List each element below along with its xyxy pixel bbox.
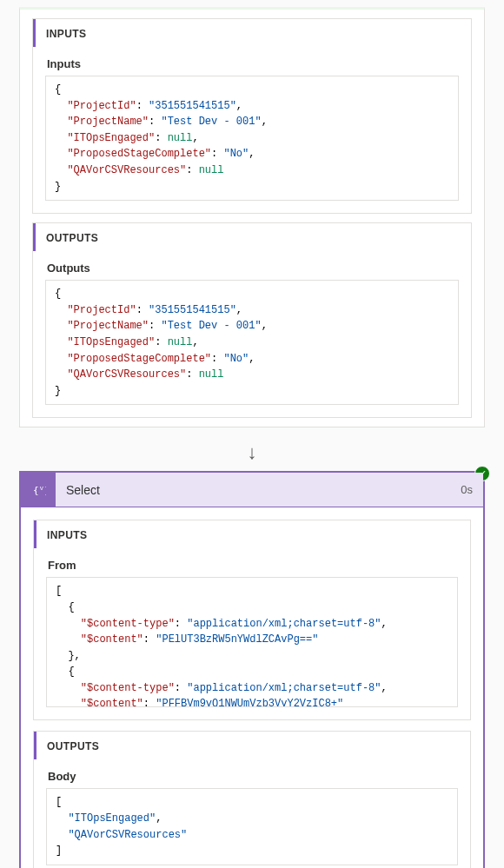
panel-title: INPUTS (34, 520, 470, 548)
field-group: Outputs { "ProjectId": "351551541515", "… (33, 251, 471, 417)
outputs-panel: OUTPUTS Body [ "ITOpsEngaged", "QAVorCSV… (33, 731, 471, 868)
field-group: Inputs { "ProjectId": "351551541515", "P… (33, 47, 471, 213)
outputs-panel: OUTPUTS Outputs { "ProjectId": "35155154… (32, 222, 472, 418)
inputs-json[interactable]: { "ProjectId": "351551541515", "ProjectN… (45, 76, 459, 201)
data-operations-icon: {ⱽ} (21, 473, 56, 507)
action-duration: 0s (450, 483, 483, 496)
field-label: Body (46, 763, 458, 788)
previous-action-card: INPUTS Inputs { "ProjectId": "3515515415… (19, 7, 485, 427)
outputs-json[interactable]: { "ProjectId": "351551541515", "ProjectN… (45, 280, 459, 405)
panel-title: INPUTS (33, 19, 471, 47)
action-header[interactable]: {ⱽ} Select 0s (21, 473, 483, 507)
inputs-panel: INPUTS Inputs { "ProjectId": "3515515415… (32, 18, 472, 214)
body-json[interactable]: [ "ITOpsEngaged", "QAVorCSVResources" ] (46, 788, 458, 865)
svg-text:{ⱽ}: {ⱽ} (33, 485, 46, 496)
inputs-panel: INPUTS From [ { "$content-type": "applic… (33, 520, 471, 720)
panel-title: OUTPUTS (33, 223, 471, 251)
arrow-down-icon: ↓ (248, 443, 257, 462)
action-body: INPUTS From [ { "$content-type": "applic… (21, 507, 483, 868)
field-label: Outputs (45, 255, 459, 280)
from-json[interactable]: [ { "$content-type": "application/xml;ch… (46, 577, 458, 707)
field-label: Inputs (45, 50, 459, 76)
field-label: From (46, 552, 458, 577)
action-title: Select (56, 483, 450, 497)
flow-arrow: ↓ (0, 440, 504, 471)
field-group: From [ { "$content-type": "application/x… (34, 548, 470, 719)
select-action-card[interactable]: ✓ {ⱽ} Select 0s INPUTS From [ { "$conten… (19, 471, 485, 868)
field-group: Body [ "ITOpsEngaged", "QAVorCSVResource… (34, 759, 470, 868)
panel-title: OUTPUTS (34, 732, 470, 759)
